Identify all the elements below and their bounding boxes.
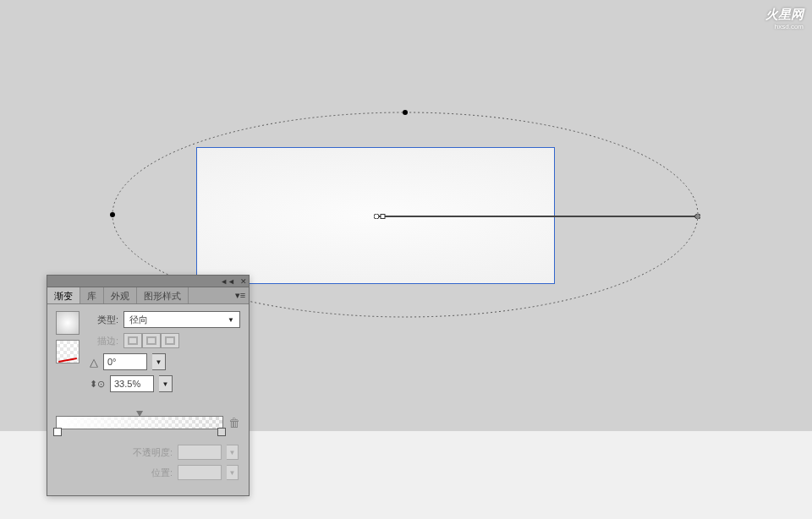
stroke-mode-within[interactable] [123, 333, 142, 348]
gradient-midpoint[interactable] [136, 411, 143, 417]
ellipse-handle-left[interactable] [110, 212, 115, 217]
panel-collapse-icon[interactable]: ◄◄ [220, 277, 235, 286]
panel-body: 类型: 径向 ▼ 描边: △ 0° ▼ ⬍⊙ [47, 304, 249, 495]
opacity-label: 不透明度: [133, 446, 173, 459]
position-label: 位置: [151, 467, 173, 479]
gradient-stop-end[interactable] [217, 428, 226, 436]
stroke-mode-across[interactable] [161, 333, 179, 348]
angle-icon: △ [90, 356, 98, 369]
angle-dropdown[interactable]: ▼ [152, 353, 166, 370]
stroke-gradient-mode-group [123, 333, 179, 348]
gradient-stroke-swatch[interactable] [56, 340, 80, 363]
tab-appearance[interactable]: 外观 [104, 287, 137, 303]
opacity-dropdown: ▼ [227, 445, 239, 460]
aspect-input[interactable]: 33.5% [110, 375, 154, 392]
gradient-type-select[interactable]: 径向 ▼ [123, 311, 240, 328]
chevron-down-icon: ▼ [228, 316, 234, 324]
panel-tabs: 渐变 库 外观 图形样式 ▾≡ [47, 287, 249, 304]
aspect-dropdown[interactable]: ▼ [159, 375, 173, 392]
angle-input[interactable]: 0° [103, 353, 147, 370]
watermark: 火星网 hxsd.com [765, 7, 804, 30]
panel-header[interactable]: ◄◄ ✕ [47, 276, 249, 287]
tab-swatches[interactable]: 库 [80, 287, 104, 303]
gradient-ramp[interactable] [56, 416, 223, 429]
stroke-label: 描边: [90, 335, 118, 347]
gradient-fill-swatch[interactable] [56, 311, 80, 335]
opacity-input [178, 445, 222, 460]
ellipse-handle-top[interactable] [403, 110, 408, 115]
gradient-type-value: 径向 [129, 314, 148, 326]
position-input [178, 465, 222, 480]
stroke-mode-along[interactable] [142, 333, 161, 348]
selected-rectangle-shape[interactable] [196, 147, 555, 284]
watermark-url: hxsd.com [765, 23, 804, 30]
gradient-panel: ◄◄ ✕ 渐变 库 外观 图形样式 ▾≡ 类型: 径向 ▼ 描边: [47, 275, 250, 496]
tab-gradient[interactable]: 渐变 [47, 287, 80, 303]
tab-graphic-styles[interactable]: 图形样式 [137, 287, 189, 303]
position-dropdown: ▼ [227, 465, 239, 480]
type-label: 类型: [90, 314, 118, 326]
aspect-ratio-icon: ⬍⊙ [90, 379, 105, 390]
panel-close-icon[interactable]: ✕ [240, 277, 247, 286]
gradient-stop-start[interactable] [53, 428, 62, 436]
gradient-end-handle[interactable] [694, 214, 700, 219]
watermark-brand: 火星网 [765, 7, 804, 21]
panel-menu-icon[interactable]: ▾≡ [232, 287, 249, 303]
delete-stop-icon[interactable]: 🗑 [228, 416, 240, 429]
